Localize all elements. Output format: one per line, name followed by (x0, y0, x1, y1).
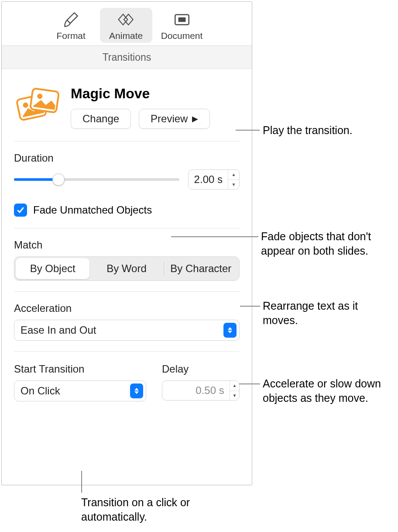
callout-start: Transition on a click or automatically. (81, 495, 212, 524)
tab-animate-label: Animate (109, 31, 143, 41)
subheader-label: Transitions (103, 52, 151, 63)
duration-label: Duration (14, 152, 240, 164)
match-section: Match By Object By Word By Character (14, 228, 240, 291)
match-by-character[interactable]: By Character (164, 258, 238, 279)
tab-format-label: Format (56, 31, 86, 41)
popup-caret-icon (223, 323, 237, 338)
fade-unmatched-label: Fade Unmatched Objects (33, 204, 152, 216)
callout-fade: Fade objects that don't appear on both s… (261, 229, 392, 258)
start-delay-row: Start Transition On Click Delay ▲ ▼ (14, 352, 240, 401)
stepper-down-icon[interactable]: ▼ (228, 180, 239, 190)
paintbrush-icon (62, 10, 80, 29)
play-icon: ▶ (192, 114, 198, 124)
inspector-panel: Format Animate Document Transitions (1, 1, 252, 485)
fade-unmatched-row[interactable]: Fade Unmatched Objects (14, 200, 240, 228)
start-transition-value: On Click (21, 385, 60, 397)
duration-value[interactable] (189, 173, 228, 186)
tab-document[interactable]: Document (155, 8, 209, 43)
delay-stepper[interactable]: ▲ ▼ (162, 380, 240, 401)
acceleration-popup[interactable]: Ease In and Out (14, 320, 240, 341)
match-by-word[interactable]: By Word (89, 258, 163, 279)
callout-accel: Accelerate or slow down objects as they … (263, 377, 394, 405)
start-transition-label: Start Transition (14, 363, 146, 375)
match-segmented: By Object By Word By Character (14, 256, 240, 281)
document-icon (173, 10, 191, 29)
duration-slider[interactable] (14, 173, 179, 187)
stepper-down-icon[interactable]: ▼ (230, 391, 239, 401)
tab-document-label: Document (161, 31, 203, 41)
transition-name: Magic Move (71, 86, 240, 102)
tab-format[interactable]: Format (45, 8, 97, 43)
stepper-up-icon[interactable]: ▲ (228, 170, 239, 180)
match-by-object[interactable]: By Object (16, 258, 89, 279)
acceleration-section: Acceleration Ease In and Out (14, 292, 240, 351)
inspector-toolbar: Format Animate Document (2, 2, 252, 45)
callout-match: Rearrange text as it moves. (263, 299, 376, 327)
delay-value[interactable] (162, 384, 230, 397)
duration-section: Duration ▲ ▼ (14, 142, 240, 200)
callout-preview: Play the transition. (263, 123, 353, 138)
svg-rect-1 (178, 17, 185, 22)
popup-caret-icon (130, 383, 143, 398)
tab-animate[interactable]: Animate (100, 8, 152, 43)
match-label: Match (14, 239, 240, 251)
duration-stepper[interactable]: ▲ ▼ (188, 169, 240, 190)
stepper-up-icon[interactable]: ▲ (230, 381, 239, 391)
acceleration-value: Ease In and Out (21, 324, 96, 336)
delay-label: Delay (162, 363, 240, 375)
subheader-transitions: Transitions (2, 45, 252, 69)
start-transition-popup[interactable]: On Click (14, 380, 146, 401)
animate-icon (117, 10, 135, 29)
magic-move-icon (14, 87, 61, 124)
fade-unmatched-checkbox[interactable] (14, 204, 27, 217)
transition-header: Magic Move Change Preview ▶ (14, 69, 240, 141)
acceleration-label: Acceleration (14, 302, 240, 314)
preview-button[interactable]: Preview ▶ (139, 109, 210, 129)
change-button[interactable]: Change (71, 109, 131, 129)
